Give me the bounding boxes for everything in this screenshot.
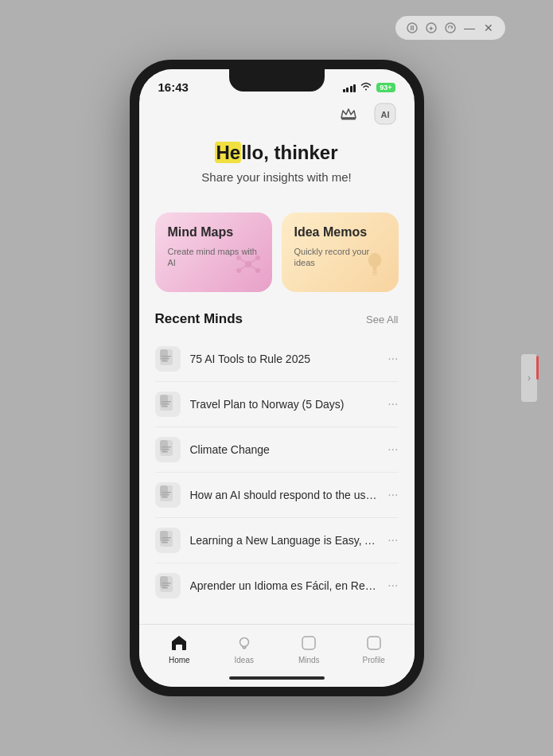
svg-rect-44 [162,542,168,544]
svg-rect-28 [162,403,169,405]
item-icon-4 [155,482,181,508]
see-all-link[interactable]: See All [366,314,398,325]
svg-rect-43 [162,540,169,541]
svg-rect-47 [162,583,171,584]
nav-home-label: Home [169,656,190,664]
item-name-1: 75 AI Tools to Rule 2025 [190,353,382,365]
item-icon-3 [155,437,181,462]
svg-point-0 [407,23,417,33]
home-indicator [139,669,415,687]
svg-rect-19 [372,274,377,275]
svg-rect-38 [162,494,169,496]
greeting-highlight: He [215,142,241,163]
recent-item-5[interactable]: Learning a New Language is Easy, Act... … [155,518,399,563]
nav-ideas[interactable]: Ideas [220,633,268,664]
svg-rect-52 [302,637,315,649]
svg-text:✦: ✦ [428,25,434,33]
svg-point-50 [240,638,248,647]
svg-text:AI: AI [380,110,389,119]
desktop-background: ✦ — ✕ › 16:43 [0,0,553,756]
svg-rect-23 [162,358,169,360]
recent-item-1[interactable]: 75 AI Tools to Rule 2025 ··· [155,337,399,382]
window-controls-bar: ✦ — ✕ [395,16,505,40]
item-more-3[interactable]: ··· [381,442,398,457]
mind-maps-title: Mind Maps [168,225,259,240]
nav-profile[interactable]: Profile [350,633,398,664]
svg-rect-27 [162,401,171,403]
refresh-button[interactable] [443,21,458,35]
item-more-5[interactable]: ··· [381,533,398,548]
cards-row: Mind Maps Create mind maps with AI [155,212,399,292]
close-button[interactable]: ✕ [481,21,496,35]
mind-maps-icon [234,250,263,284]
nav-profile-label: Profile [363,656,385,664]
signal-bar-4 [353,84,356,92]
svg-rect-2 [413,25,415,30]
item-icon-1 [155,346,181,372]
svg-rect-29 [162,406,168,407]
sidebar-arrow[interactable]: › [521,354,537,402]
svg-rect-42 [162,537,171,539]
pause-button[interactable] [405,21,419,35]
mind-maps-card[interactable]: Mind Maps Create mind maps with AI [155,212,272,292]
top-actions: AI [139,97,415,134]
recent-minds-title: Recent Minds [155,311,243,327]
svg-rect-53 [368,637,380,649]
hero-subtitle: Share your insights with me! [155,170,399,184]
hero-section: Hello, thinker Share your insights with … [155,134,399,200]
nav-minds[interactable]: Minds [285,633,333,664]
signal-bar-1 [343,89,345,92]
nav-home[interactable]: Home [155,633,203,664]
hero-greeting: Hello, thinker [215,142,337,164]
svg-rect-39 [162,497,168,498]
svg-line-16 [239,264,248,271]
item-more-6[interactable]: ··· [381,579,398,593]
greeting-rest: llo, thinker [241,142,337,163]
item-more-4[interactable]: ··· [381,488,398,502]
svg-rect-34 [162,451,168,453]
item-name-4: How an AI should respond to the users... [190,489,382,501]
signal-bar-3 [350,86,352,92]
wifi-icon [360,81,372,93]
bottom-nav: Home Ideas [139,624,415,669]
phone-frame: 16:43 93+ [130,60,424,696]
idea-memos-title: Idea Memos [294,225,386,240]
idea-memos-icon [360,250,389,284]
item-more-2[interactable]: ··· [381,397,398,411]
ai-icon[interactable]: AI [372,100,399,127]
minds-icon [298,633,319,653]
svg-rect-49 [162,587,168,589]
item-name-5: Learning a New Language is Easy, Act... [190,534,382,547]
item-name-6: Aprender un Idioma es Fácil, en Realid..… [190,579,382,592]
svg-rect-48 [162,585,169,586]
svg-rect-18 [372,271,377,273]
svg-rect-6 [341,118,356,120]
nav-minds-label: Minds [298,656,320,664]
crown-icon[interactable] [335,100,362,127]
recent-item-3[interactable]: Climate Change ··· [155,427,399,473]
recent-item-4[interactable]: How an AI should respond to the users...… [155,473,399,518]
home-bar [229,676,325,680]
main-content: Hello, thinker Share your insights with … [139,134,415,624]
idea-memos-card[interactable]: Idea Memos Quickly record your ideas [282,212,399,292]
svg-rect-22 [162,356,171,357]
status-icons: 93+ [343,81,395,93]
item-name-3: Climate Change [190,443,382,456]
home-icon [169,633,189,653]
svg-line-17 [248,264,258,271]
svg-rect-24 [162,360,168,362]
star-button[interactable]: ✦ [424,21,438,35]
battery-badge: 93+ [376,83,395,92]
svg-line-14 [239,258,248,264]
item-more-1[interactable]: ··· [381,352,398,366]
phone-screen: 16:43 93+ [139,69,415,687]
signal-bars [343,83,356,92]
recent-item-6[interactable]: Aprender un Idioma es Fácil, en Realid..… [155,563,399,608]
phone-notch [229,69,325,92]
profile-icon [364,633,384,653]
minimize-button[interactable]: — [462,21,477,35]
recent-item-2[interactable]: Travel Plan to Norway (5 Days) ··· [155,382,399,427]
item-icon-5 [155,528,181,553]
svg-rect-32 [162,446,171,448]
status-time: 16:43 [158,80,189,94]
